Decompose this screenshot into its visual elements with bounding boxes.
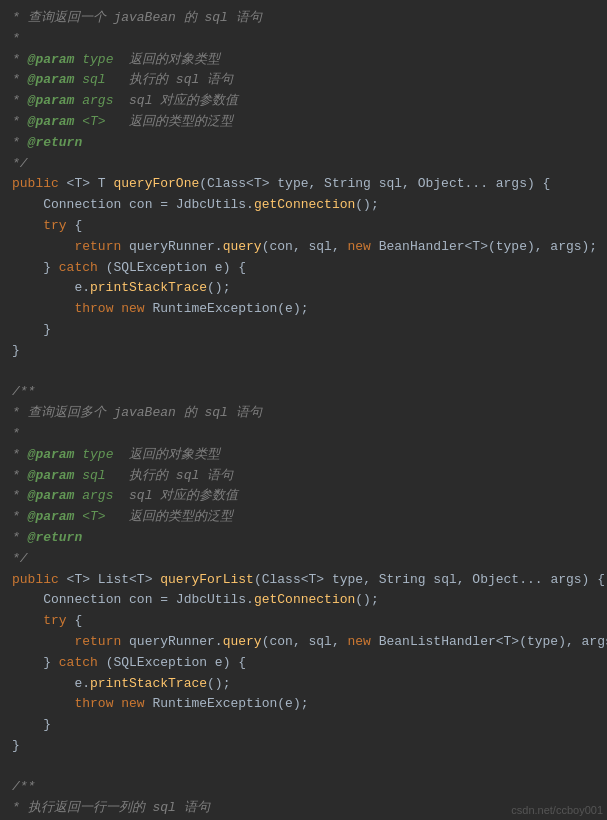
line-34: }: [0, 715, 607, 736]
line-15: throw new RuntimeException(e);: [0, 299, 607, 320]
line-4: * @param sql 执行的 sql 语句: [0, 70, 607, 91]
line-20: *: [0, 424, 607, 445]
line-17: }: [0, 341, 607, 362]
line-18: /**: [0, 382, 607, 403]
line-29: try {: [0, 611, 607, 632]
line-21: * @param type 返回的对象类型: [0, 445, 607, 466]
line-36: /**: [0, 777, 607, 798]
line-9: public <T> T queryForOne(Class<T> type, …: [0, 174, 607, 195]
line-25: * @return: [0, 528, 607, 549]
line-blank-1: [0, 362, 607, 383]
line-11: try {: [0, 216, 607, 237]
line-24: * @param <T> 返回的类型的泛型: [0, 507, 607, 528]
line-14: e.printStackTrace();: [0, 278, 607, 299]
line-33: throw new RuntimeException(e);: [0, 694, 607, 715]
line-22: * @param sql 执行的 sql 语句: [0, 466, 607, 487]
line-3: * @param type 返回的对象类型: [0, 50, 607, 71]
line-31: } catch (SQLException e) {: [0, 653, 607, 674]
line-23: * @param args sql 对应的参数值: [0, 486, 607, 507]
line-10: Connection con = JdbcUtils.getConnection…: [0, 195, 607, 216]
watermark: csdn.net/ccboy001: [511, 804, 603, 816]
line-32: e.printStackTrace();: [0, 674, 607, 695]
line-blank-2: [0, 757, 607, 778]
line-13: } catch (SQLException e) {: [0, 258, 607, 279]
line-1: * 查询返回一个 javaBean 的 sql 语句: [0, 8, 607, 29]
line-8: */: [0, 154, 607, 175]
line-28: Connection con = JdbcUtils.getConnection…: [0, 590, 607, 611]
line-30: return queryRunner.query(con, sql, new B…: [0, 632, 607, 653]
line-12: return queryRunner.query(con, sql, new B…: [0, 237, 607, 258]
line-5: * @param args sql 对应的参数值: [0, 91, 607, 112]
line-2: *: [0, 29, 607, 50]
line-6: * @param <T> 返回的类型的泛型: [0, 112, 607, 133]
line-16: }: [0, 320, 607, 341]
code-container: * 查询返回一个 javaBean 的 sql 语句 * * @param ty…: [0, 0, 607, 820]
line-19: * 查询返回多个 javaBean 的 sql 语句: [0, 403, 607, 424]
line-35: }: [0, 736, 607, 757]
line-27: public <T> List<T> queryForList(Class<T>…: [0, 570, 607, 591]
line-7: * @return: [0, 133, 607, 154]
line-26: */: [0, 549, 607, 570]
